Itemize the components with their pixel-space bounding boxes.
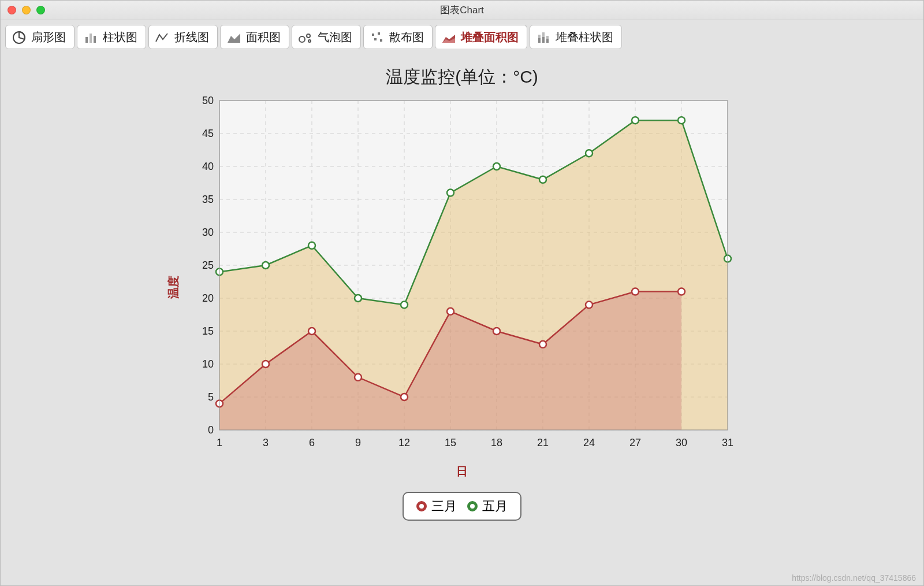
svg-point-84 xyxy=(447,308,454,315)
svg-point-86 xyxy=(539,341,546,348)
svg-text:1: 1 xyxy=(217,437,222,448)
svg-point-74 xyxy=(539,176,546,183)
tab-label: 柱状图 xyxy=(103,29,137,45)
svg-rect-11 xyxy=(380,39,382,42)
svg-point-72 xyxy=(447,190,454,196)
svg-point-81 xyxy=(308,328,315,335)
svg-rect-15 xyxy=(538,35,541,38)
tab-scatter[interactable]: 散布图 xyxy=(363,25,433,49)
maximize-icon[interactable] xyxy=(36,6,45,14)
svg-text:50: 50 xyxy=(202,95,214,106)
tab-pie[interactable]: 扇形图 xyxy=(5,25,74,49)
svg-text:25: 25 xyxy=(202,259,214,271)
tab-label: 折线图 xyxy=(174,29,209,45)
svg-text:9: 9 xyxy=(355,437,361,448)
legend-symbol xyxy=(467,501,478,511)
svg-point-77 xyxy=(678,117,685,124)
svg-point-68 xyxy=(262,262,269,269)
window-title: 图表Chart xyxy=(440,3,484,17)
app-window: 图表Chart 扇形图 柱状图 折线图 xyxy=(0,0,924,586)
svg-rect-9 xyxy=(378,32,380,35)
line-icon xyxy=(155,31,170,44)
svg-text:3: 3 xyxy=(263,437,269,448)
window-controls xyxy=(8,6,45,14)
titlebar: 图表Chart xyxy=(1,1,923,20)
legend-item-march[interactable]: 三月 xyxy=(416,498,457,515)
chart-title: 温度监控(单位：°C) xyxy=(386,65,538,89)
svg-point-89 xyxy=(678,288,685,295)
svg-rect-1 xyxy=(85,37,88,43)
tab-label: 面积图 xyxy=(246,29,281,45)
tab-bar[interactable]: 柱状图 xyxy=(77,25,146,49)
bubble-icon xyxy=(298,31,313,44)
chart-box: 温度 0510152025303540455013691215182124273… xyxy=(179,95,745,479)
stacked-area-icon xyxy=(441,31,456,44)
tab-stacked-bar[interactable]: 堆叠柱状图 xyxy=(530,25,622,49)
legend-label: 五月 xyxy=(482,498,508,515)
svg-text:10: 10 xyxy=(202,358,214,370)
bar-icon xyxy=(83,31,98,44)
svg-point-88 xyxy=(632,288,639,295)
chart-svg: 0510152025303540455013691215182124273031 xyxy=(179,95,745,459)
svg-point-71 xyxy=(401,301,408,308)
svg-point-87 xyxy=(586,301,593,308)
tabbar: 扇形图 柱状图 折线图 面积图 xyxy=(5,25,919,49)
svg-rect-10 xyxy=(374,38,377,40)
svg-marker-4 xyxy=(228,34,240,43)
area-icon xyxy=(226,31,241,44)
pie-icon xyxy=(12,31,27,44)
svg-point-83 xyxy=(401,394,408,400)
svg-point-7 xyxy=(308,40,311,42)
svg-point-6 xyxy=(307,34,310,38)
svg-text:35: 35 xyxy=(202,194,214,205)
svg-point-5 xyxy=(299,36,305,42)
tab-bubble[interactable]: 气泡图 xyxy=(292,25,361,49)
svg-text:45: 45 xyxy=(202,128,214,139)
svg-point-73 xyxy=(493,163,500,170)
svg-text:40: 40 xyxy=(202,161,214,172)
svg-text:20: 20 xyxy=(202,292,214,304)
svg-point-82 xyxy=(355,374,362,381)
svg-text:12: 12 xyxy=(398,437,410,448)
tab-area[interactable]: 面积图 xyxy=(220,25,289,49)
legend-label: 三月 xyxy=(431,498,457,515)
svg-text:30: 30 xyxy=(676,437,687,448)
svg-text:0: 0 xyxy=(208,424,214,436)
y-axis-label: 温度 xyxy=(166,276,181,299)
scatter-icon xyxy=(370,31,385,44)
svg-text:15: 15 xyxy=(202,325,214,337)
close-icon[interactable] xyxy=(8,6,16,14)
stacked-bar-icon xyxy=(536,31,551,44)
svg-rect-8 xyxy=(372,34,374,36)
svg-text:30: 30 xyxy=(202,227,214,238)
legend-item-may[interactable]: 五月 xyxy=(467,498,508,515)
chart-container: 温度监控(单位：°C) 温度 0510152025303540455013691… xyxy=(5,49,919,581)
svg-point-85 xyxy=(493,328,500,335)
tab-label: 散布图 xyxy=(389,29,424,45)
svg-text:27: 27 xyxy=(629,437,641,448)
svg-point-80 xyxy=(262,361,269,368)
tab-line[interactable]: 折线图 xyxy=(148,25,218,49)
legend-symbol xyxy=(416,501,427,511)
svg-text:15: 15 xyxy=(445,437,456,448)
tab-label: 堆叠柱状图 xyxy=(556,29,613,45)
x-axis-label: 日 xyxy=(179,463,745,479)
svg-rect-19 xyxy=(546,36,549,39)
svg-text:5: 5 xyxy=(208,391,214,403)
svg-text:18: 18 xyxy=(491,437,502,448)
content-area: 扇形图 柱状图 折线图 面积图 xyxy=(1,20,923,585)
svg-point-75 xyxy=(586,150,593,157)
svg-rect-3 xyxy=(94,36,96,43)
svg-text:31: 31 xyxy=(722,437,733,448)
tab-label: 扇形图 xyxy=(31,29,66,45)
tab-stacked-area[interactable]: 堆叠面积图 xyxy=(435,25,527,49)
svg-text:6: 6 xyxy=(309,437,315,448)
minimize-icon[interactable] xyxy=(22,6,31,14)
svg-point-69 xyxy=(308,242,315,249)
watermark: https://blog.csdn.net/qq_37415866 xyxy=(792,573,916,583)
tab-label: 气泡图 xyxy=(318,29,352,45)
svg-text:21: 21 xyxy=(537,437,549,448)
svg-rect-2 xyxy=(90,34,92,43)
svg-point-76 xyxy=(632,117,639,124)
svg-text:24: 24 xyxy=(583,437,595,448)
